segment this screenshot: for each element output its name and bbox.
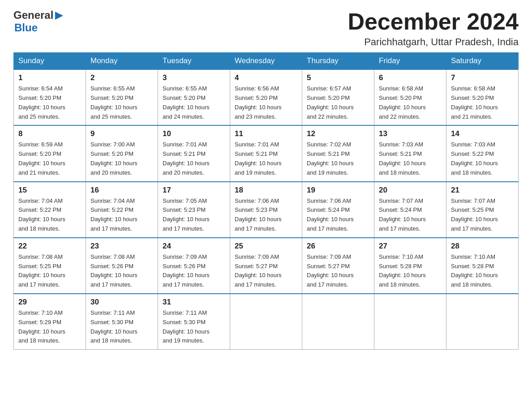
day-info: Sunrise: 7:04 AMSunset: 5:22 PMDaylight:… xyxy=(18,197,65,232)
table-row: 15 Sunrise: 7:04 AMSunset: 5:22 PMDaylig… xyxy=(14,182,86,238)
table-row: 20 Sunrise: 7:07 AMSunset: 5:24 PMDaylig… xyxy=(374,182,446,238)
calendar-week-row: 1 Sunrise: 6:54 AMSunset: 5:20 PMDayligh… xyxy=(14,69,519,125)
table-row: 13 Sunrise: 7:03 AMSunset: 5:21 PMDaylig… xyxy=(374,125,446,181)
table-row: 21 Sunrise: 7:07 AMSunset: 5:25 PMDaylig… xyxy=(446,182,519,238)
table-row: 4 Sunrise: 6:56 AMSunset: 5:20 PMDayligh… xyxy=(230,69,302,125)
day-number: 24 xyxy=(163,242,225,251)
header-sunday: Sunday xyxy=(14,53,86,70)
table-row: 24 Sunrise: 7:09 AMSunset: 5:26 PMDaylig… xyxy=(158,238,230,294)
day-info: Sunrise: 6:58 AMSunset: 5:20 PMDaylight:… xyxy=(379,85,426,120)
day-number: 26 xyxy=(307,242,369,251)
table-row: 1 Sunrise: 6:54 AMSunset: 5:20 PMDayligh… xyxy=(14,69,86,125)
day-number: 21 xyxy=(451,186,514,195)
day-number: 4 xyxy=(235,73,297,82)
header-monday: Monday xyxy=(86,53,158,70)
table-row: 18 Sunrise: 7:06 AMSunset: 5:23 PMDaylig… xyxy=(230,182,302,238)
logo-flag-icon xyxy=(54,11,64,21)
day-info: Sunrise: 7:09 AMSunset: 5:27 PMDaylight:… xyxy=(307,253,354,288)
table-row: 27 Sunrise: 7:10 AMSunset: 5:28 PMDaylig… xyxy=(374,238,446,294)
table-row: 25 Sunrise: 7:09 AMSunset: 5:27 PMDaylig… xyxy=(230,238,302,294)
day-number: 11 xyxy=(235,129,297,138)
calendar-table: Sunday Monday Tuesday Wednesday Thursday… xyxy=(13,52,519,350)
day-number: 9 xyxy=(90,129,153,138)
logo-general-text: General xyxy=(13,9,53,21)
day-info: Sunrise: 7:08 AMSunset: 5:25 PMDaylight:… xyxy=(18,253,65,288)
day-info: Sunrise: 7:08 AMSunset: 5:26 PMDaylight:… xyxy=(90,253,137,288)
day-info: Sunrise: 7:10 AMSunset: 5:28 PMDaylight:… xyxy=(379,253,426,288)
table-row: 12 Sunrise: 7:02 AMSunset: 5:21 PMDaylig… xyxy=(302,125,374,181)
day-number: 30 xyxy=(90,298,153,307)
table-row: 2 Sunrise: 6:55 AMSunset: 5:20 PMDayligh… xyxy=(86,69,158,125)
table-row: 11 Sunrise: 7:01 AMSunset: 5:21 PMDaylig… xyxy=(230,125,302,181)
day-number: 5 xyxy=(307,73,369,82)
table-row: 16 Sunrise: 7:04 AMSunset: 5:22 PMDaylig… xyxy=(86,182,158,238)
day-info: Sunrise: 6:59 AMSunset: 5:20 PMDaylight:… xyxy=(18,141,65,176)
day-info: Sunrise: 7:10 AMSunset: 5:28 PMDaylight:… xyxy=(451,253,498,288)
calendar-week-row: 29 Sunrise: 7:10 AMSunset: 5:29 PMDaylig… xyxy=(14,294,519,350)
day-number: 17 xyxy=(163,186,225,195)
day-number: 6 xyxy=(379,73,442,82)
day-number: 13 xyxy=(379,129,442,138)
svg-marker-0 xyxy=(55,12,63,20)
day-info: Sunrise: 7:03 AMSunset: 5:22 PMDaylight:… xyxy=(451,141,498,176)
day-info: Sunrise: 7:07 AMSunset: 5:24 PMDaylight:… xyxy=(379,197,426,232)
table-row: 29 Sunrise: 7:10 AMSunset: 5:29 PMDaylig… xyxy=(14,294,86,350)
calendar-title: December 2024 xyxy=(348,9,519,34)
table-row xyxy=(446,294,519,350)
calendar-header-row: Sunday Monday Tuesday Wednesday Thursday… xyxy=(14,53,519,70)
table-row: 8 Sunrise: 6:59 AMSunset: 5:20 PMDayligh… xyxy=(14,125,86,181)
page-header: General Blue December 2024 Parichhatgarh… xyxy=(13,9,519,48)
day-number: 2 xyxy=(90,73,153,82)
day-info: Sunrise: 7:01 AMSunset: 5:21 PMDaylight:… xyxy=(163,141,210,176)
day-number: 1 xyxy=(18,73,81,82)
table-row: 22 Sunrise: 7:08 AMSunset: 5:25 PMDaylig… xyxy=(14,238,86,294)
day-number: 16 xyxy=(90,186,153,195)
calendar-week-row: 8 Sunrise: 6:59 AMSunset: 5:20 PMDayligh… xyxy=(14,125,519,181)
day-info: Sunrise: 7:03 AMSunset: 5:21 PMDaylight:… xyxy=(379,141,426,176)
title-area: December 2024 Parichhatgarh, Uttar Prade… xyxy=(348,9,519,48)
day-info: Sunrise: 7:05 AMSunset: 5:23 PMDaylight:… xyxy=(163,197,210,232)
day-number: 29 xyxy=(18,298,81,307)
day-info: Sunrise: 6:57 AMSunset: 5:20 PMDaylight:… xyxy=(307,85,354,120)
day-info: Sunrise: 6:56 AMSunset: 5:20 PMDaylight:… xyxy=(235,85,282,120)
day-number: 10 xyxy=(163,129,225,138)
day-info: Sunrise: 7:01 AMSunset: 5:21 PMDaylight:… xyxy=(235,141,282,176)
day-info: Sunrise: 7:06 AMSunset: 5:23 PMDaylight:… xyxy=(235,197,282,232)
logo: General Blue xyxy=(13,9,64,34)
day-info: Sunrise: 7:00 AMSunset: 5:20 PMDaylight:… xyxy=(90,141,137,176)
table-row: 3 Sunrise: 6:55 AMSunset: 5:20 PMDayligh… xyxy=(158,69,230,125)
table-row xyxy=(230,294,302,350)
table-row xyxy=(302,294,374,350)
day-number: 19 xyxy=(307,186,369,195)
day-number: 23 xyxy=(90,242,153,251)
table-row: 23 Sunrise: 7:08 AMSunset: 5:26 PMDaylig… xyxy=(86,238,158,294)
table-row: 7 Sunrise: 6:58 AMSunset: 5:20 PMDayligh… xyxy=(446,69,519,125)
table-row: 30 Sunrise: 7:11 AMSunset: 5:30 PMDaylig… xyxy=(86,294,158,350)
logo-blue-text: Blue xyxy=(14,21,38,34)
day-info: Sunrise: 6:55 AMSunset: 5:20 PMDaylight:… xyxy=(163,85,210,120)
day-number: 3 xyxy=(163,73,225,82)
table-row: 26 Sunrise: 7:09 AMSunset: 5:27 PMDaylig… xyxy=(302,238,374,294)
day-number: 18 xyxy=(235,186,297,195)
table-row: 9 Sunrise: 7:00 AMSunset: 5:20 PMDayligh… xyxy=(86,125,158,181)
day-number: 22 xyxy=(18,242,81,251)
table-row: 28 Sunrise: 7:10 AMSunset: 5:28 PMDaylig… xyxy=(446,238,519,294)
day-number: 14 xyxy=(451,129,514,138)
day-info: Sunrise: 7:11 AMSunset: 5:30 PMDaylight:… xyxy=(90,309,137,344)
day-info: Sunrise: 6:54 AMSunset: 5:20 PMDaylight:… xyxy=(18,85,65,120)
table-row: 5 Sunrise: 6:57 AMSunset: 5:20 PMDayligh… xyxy=(302,69,374,125)
day-info: Sunrise: 7:02 AMSunset: 5:21 PMDaylight:… xyxy=(307,141,354,176)
header-tuesday: Tuesday xyxy=(158,53,230,70)
table-row: 14 Sunrise: 7:03 AMSunset: 5:22 PMDaylig… xyxy=(446,125,519,181)
day-number: 12 xyxy=(307,129,369,138)
table-row: 31 Sunrise: 7:11 AMSunset: 5:30 PMDaylig… xyxy=(158,294,230,350)
table-row: 6 Sunrise: 6:58 AMSunset: 5:20 PMDayligh… xyxy=(374,69,446,125)
day-info: Sunrise: 7:07 AMSunset: 5:25 PMDaylight:… xyxy=(451,197,498,232)
calendar-week-row: 15 Sunrise: 7:04 AMSunset: 5:22 PMDaylig… xyxy=(14,182,519,238)
day-info: Sunrise: 7:06 AMSunset: 5:24 PMDaylight:… xyxy=(307,197,354,232)
table-row: 10 Sunrise: 7:01 AMSunset: 5:21 PMDaylig… xyxy=(158,125,230,181)
header-friday: Friday xyxy=(374,53,446,70)
day-info: Sunrise: 7:09 AMSunset: 5:26 PMDaylight:… xyxy=(163,253,210,288)
day-info: Sunrise: 7:11 AMSunset: 5:30 PMDaylight:… xyxy=(163,309,210,344)
day-number: 20 xyxy=(379,186,442,195)
